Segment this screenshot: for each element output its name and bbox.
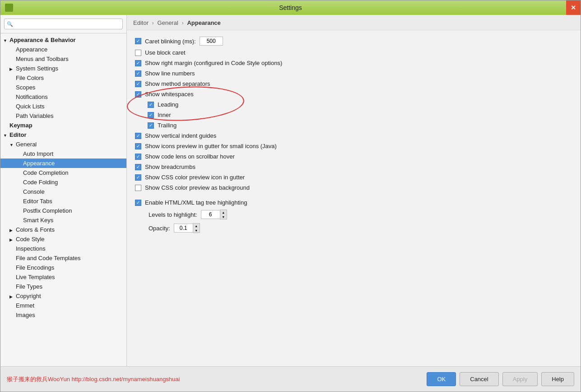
close-button[interactable]: ✕ — [566, 0, 581, 15]
sidebar-item-path-variables[interactable]: Path Variables — [0, 111, 126, 121]
sidebar-item-editor[interactable]: ▼Editor — [0, 130, 126, 140]
help-button[interactable]: Help — [541, 372, 574, 386]
ok-button[interactable]: OK — [427, 372, 456, 386]
sidebar-item-postfix-completion[interactable]: Postfix Completion — [0, 206, 126, 215]
breadcrumb-general: General — [158, 19, 178, 26]
show-breadcrumbs-row: Show breadcrumbs — [135, 163, 572, 170]
show-breadcrumbs-checkbox[interactable] — [135, 164, 141, 170]
sidebar-item-menus-toolbars[interactable]: Menus and Toolbars — [0, 54, 126, 64]
apply-button[interactable]: Apply — [502, 372, 538, 386]
search-input[interactable] — [4, 19, 123, 29]
opacity-increment-button[interactable]: ▲ — [193, 224, 200, 228]
show-css-color-background-row: Show CSS color preview as background — [135, 184, 572, 191]
show-vertical-indent-label: Show vertical indent guides — [145, 132, 216, 139]
sidebar-item-code-completion[interactable]: Code Completion — [0, 168, 126, 177]
sidebar-item-emmet[interactable]: Emmet — [0, 301, 126, 310]
show-method-separators-checkbox[interactable] — [135, 81, 141, 87]
sidebar-item-live-templates[interactable]: Live Templates — [0, 272, 126, 282]
tree-arrow-copyright: ▶ — [9, 294, 16, 299]
sidebar-item-console[interactable]: Console — [0, 187, 126, 196]
show-method-separators-row: Show method separators — [135, 80, 572, 87]
show-vertical-indent-row: Show vertical indent guides — [135, 132, 572, 139]
tree-arrow-appearance-behavior: ▼ — [3, 38, 9, 43]
trailing-row: Trailing — [135, 122, 572, 129]
use-block-caret-checkbox[interactable] — [135, 50, 141, 56]
sidebar-tree: ▼Appearance & BehaviorAppearanceMenus an… — [0, 33, 126, 366]
opacity-row: Opacity: ▲ ▼ — [135, 223, 572, 233]
inner-checkbox[interactable] — [148, 112, 154, 118]
opacity-decrement-button[interactable]: ▼ — [193, 228, 200, 233]
sidebar-item-editor-appearance[interactable]: Appearance — [0, 159, 126, 168]
levels-spinner: ▲ ▼ — [201, 210, 227, 219]
cancel-button[interactable]: Cancel — [460, 372, 498, 386]
levels-label: Levels to highlight: — [149, 211, 197, 218]
use-block-caret-label: Use block caret — [145, 49, 186, 56]
sidebar-item-images[interactable]: Images — [0, 310, 126, 320]
sidebar-item-copyright[interactable]: ▶Copyright — [0, 291, 126, 301]
levels-input[interactable] — [201, 210, 220, 219]
show-css-color-background-checkbox[interactable] — [135, 185, 141, 191]
show-right-margin-checkbox[interactable] — [135, 60, 141, 66]
sidebar-item-scopes[interactable]: Scopes — [0, 83, 126, 92]
show-line-numbers-checkbox[interactable] — [135, 70, 141, 77]
sidebar-item-code-folding[interactable]: Code Folding — [0, 177, 126, 187]
show-code-lens-checkbox[interactable] — [135, 154, 141, 160]
sidebar-item-auto-import[interactable]: Auto Import — [0, 149, 126, 159]
breadcrumb-appearance: Appearance — [187, 19, 220, 26]
sidebar-item-quick-lists[interactable]: Quick Lists — [0, 102, 126, 111]
levels-decrement-button[interactable]: ▼ — [220, 215, 227, 219]
levels-spinner-buttons: ▲ ▼ — [220, 210, 227, 219]
sidebar-item-file-colors[interactable]: File Colors — [0, 73, 126, 83]
sidebar-item-inspections[interactable]: Inspections — [0, 244, 126, 253]
tree-arrow-editor: ▼ — [3, 133, 9, 138]
opacity-label: Opacity: — [149, 225, 170, 232]
sidebar-item-file-code-templates[interactable]: File and Code Templates — [0, 253, 126, 263]
enable-html-xml-row: Enable HTML/XML tag tree highlighting — [135, 199, 572, 206]
show-icons-preview-label: Show icons preview in gutter for small i… — [145, 143, 277, 149]
inner-row: Inner — [135, 112, 572, 118]
main-panel: Editor › General › Appearance Caret blin… — [127, 15, 581, 366]
sidebar-item-keymap[interactable]: Keymap — [0, 121, 126, 130]
sidebar-item-smart-keys[interactable]: Smart Keys — [0, 215, 126, 225]
show-icons-preview-row: Show icons preview in gutter for small i… — [135, 143, 572, 149]
leading-checkbox[interactable] — [148, 102, 154, 108]
sidebar-item-system-settings[interactable]: ▶System Settings — [0, 64, 126, 73]
tree-arrow-code-style: ▶ — [9, 238, 16, 242]
caret-blinking-input[interactable] — [200, 37, 223, 46]
sidebar-item-notifications[interactable]: Notifications — [0, 92, 126, 102]
sidebar-item-editor-tabs[interactable]: Editor Tabs — [0, 196, 126, 206]
show-whitespaces-checkbox[interactable] — [135, 91, 141, 98]
spacer — [135, 195, 572, 199]
show-whitespaces-label: Show whitespaces — [145, 91, 194, 98]
opacity-input[interactable] — [174, 224, 193, 233]
settings-content: Caret blinking (ms): Use block caret Sho… — [127, 30, 581, 366]
tree-arrow-system-settings: ▶ — [9, 67, 16, 71]
sidebar-item-file-types[interactable]: File Types — [0, 282, 126, 291]
sidebar-item-general[interactable]: ▼General — [0, 140, 126, 149]
bottom-bar: 猴子搬来的救兵WooYun http://blog.csdn.net/mynam… — [0, 366, 581, 392]
sidebar-item-code-style[interactable]: ▶Code Style — [0, 234, 126, 244]
breadcrumb: Editor › General › Appearance — [127, 15, 581, 30]
show-method-separators-label: Show method separators — [145, 80, 210, 87]
show-css-color-preview-checkbox[interactable] — [135, 174, 141, 181]
show-icons-preview-checkbox[interactable] — [135, 143, 141, 149]
main-content: ▼Appearance & BehaviorAppearanceMenus an… — [0, 15, 581, 366]
use-block-caret-row: Use block caret — [135, 49, 572, 56]
sidebar-item-appearance-behavior[interactable]: ▼Appearance & Behavior — [0, 35, 126, 45]
show-vertical-indent-checkbox[interactable] — [135, 133, 141, 139]
show-code-lens-label: Show code lens on scrollbar hover — [145, 153, 235, 160]
caret-blinking-checkbox[interactable] — [135, 38, 141, 44]
sidebar-item-appearance[interactable]: Appearance — [0, 45, 126, 54]
search-bar — [0, 15, 126, 33]
enable-html-xml-checkbox[interactable] — [135, 200, 141, 206]
show-right-margin-row: Show right margin (configured in Code St… — [135, 60, 572, 66]
show-right-margin-label: Show right margin (configured in Code St… — [145, 60, 282, 66]
sidebar-item-file-encodings[interactable]: File Encodings — [0, 263, 126, 272]
trailing-checkbox[interactable] — [148, 122, 154, 129]
levels-increment-button[interactable]: ▲ — [220, 210, 227, 215]
sidebar-item-colors-fonts[interactable]: ▶Colors & Fonts — [0, 225, 126, 234]
watermark-text: 猴子搬来的救兵WooYun http://blog.csdn.net/mynam… — [7, 375, 427, 383]
tree-arrow-colors-fonts: ▶ — [9, 228, 16, 233]
app-icon — [5, 4, 13, 12]
inner-label: Inner — [158, 112, 171, 118]
